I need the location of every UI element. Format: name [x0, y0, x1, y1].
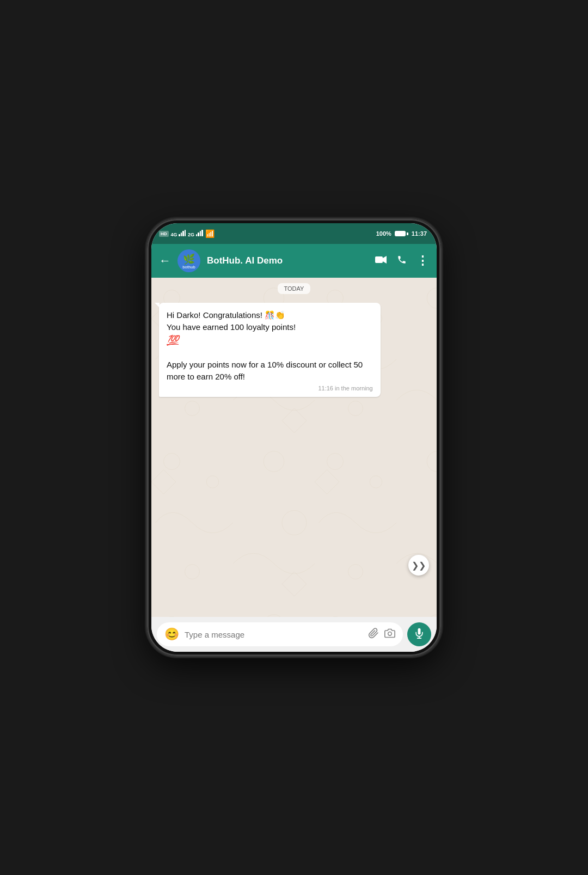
message-line3: Apply your points now for a 10% discount…: [167, 360, 363, 381]
avatar-logo: 🌿: [183, 253, 195, 265]
signal-bars-1: [179, 230, 186, 236]
header-info: BotHub. AI Demo: [207, 255, 369, 266]
message-time: 11:16 in the morning: [318, 385, 372, 391]
avatar: 🌿 bothub: [177, 249, 200, 272]
more-options-icon[interactable]: ⋮: [416, 254, 429, 268]
phone-call-icon[interactable]: [397, 255, 407, 267]
hd-badge: HD: [159, 231, 169, 237]
message-footer: 11:16 in the morning: [167, 385, 373, 391]
mic-button[interactable]: [407, 622, 431, 646]
message-line1: Hi Darko! Congratulations! 🎊👏: [167, 310, 285, 320]
message-input[interactable]: [185, 630, 363, 639]
status-bar: HD 4G 2G: [151, 223, 437, 244]
message-text: Hi Darko! Congratulations! 🎊👏 You have e…: [167, 309, 373, 383]
attach-button[interactable]: [368, 628, 379, 641]
contact-name: BotHub. AI Demo: [207, 255, 369, 266]
scroll-down-button[interactable]: ❯❯: [408, 555, 429, 576]
phone-frame: HD 4G 2G: [147, 219, 441, 656]
chat-header: ← 🌿 bothub BotHub. AI Demo: [151, 244, 437, 278]
chat-area: TODAY Hi Darko! Congratulations! 🎊👏 You …: [151, 278, 437, 617]
status-right: 100% 11:37: [376, 230, 427, 237]
chevron-down-icon: ❯❯: [412, 560, 426, 571]
date-badge: TODAY: [278, 283, 311, 294]
microphone-icon: [414, 628, 425, 641]
messages-area: Hi Darko! Congratulations! 🎊👏 You have e…: [151, 298, 437, 405]
network2-indicator: 2G: [188, 230, 203, 237]
emoji-picker-button[interactable]: 😊: [164, 627, 179, 641]
input-wrapper: 😊: [157, 622, 403, 646]
date-badge-wrapper: TODAY: [151, 278, 437, 298]
camera-button[interactable]: [384, 628, 395, 641]
input-bar: 😊: [151, 617, 437, 652]
battery-icon: [395, 231, 408, 236]
wifi-icon: 📶: [205, 229, 215, 238]
message-line2: You have earned 100 loyalty points!: [167, 322, 296, 332]
video-call-icon[interactable]: [375, 255, 387, 267]
header-icons: ⋮: [375, 254, 429, 268]
svg-marker-1: [383, 256, 387, 264]
status-left: HD 4G 2G: [159, 229, 215, 238]
phone-screen: HD 4G 2G: [151, 223, 437, 652]
svg-rect-0: [375, 256, 383, 263]
message-bubble: Hi Darko! Congratulations! 🎊👏 You have e…: [159, 303, 381, 397]
message-emoji-100: 💯: [167, 335, 179, 346]
network1-indicator: 4G: [171, 230, 186, 237]
svg-point-2: [388, 632, 392, 635]
avatar-text: bothub: [182, 265, 195, 269]
signal-bars-2: [196, 230, 203, 236]
clock: 11:37: [412, 230, 427, 237]
back-button[interactable]: ←: [159, 254, 171, 268]
battery-percentage: 100%: [376, 230, 391, 237]
